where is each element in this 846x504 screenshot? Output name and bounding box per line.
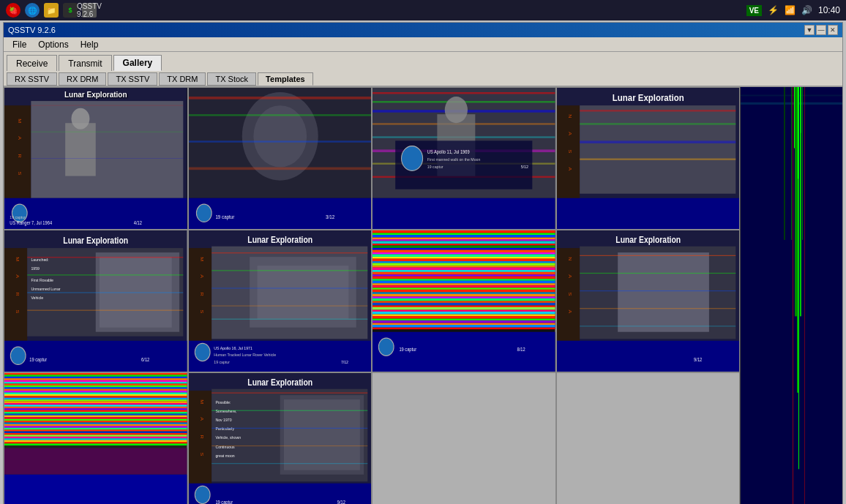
svg-text:great moon: great moon bbox=[215, 453, 234, 457]
gallery-cell-2[interactable]: 19 captur 3/12 bbox=[188, 87, 373, 230]
svg-rect-125 bbox=[373, 272, 555, 275]
svg-rect-252 bbox=[793, 87, 793, 504]
raspberry-pi-icon[interactable]: 🍓 bbox=[6, 3, 20, 18]
taskbar-right: VE ⚡ 📶 🔊 10:40 bbox=[746, 5, 840, 16]
svg-rect-96 bbox=[212, 287, 367, 288]
terminal-icon[interactable]: $ bbox=[63, 3, 78, 18]
svg-text:R: R bbox=[199, 435, 203, 438]
subtab-tx-stock[interactable]: TX Stock bbox=[207, 72, 256, 86]
svg-text:R: R bbox=[199, 292, 203, 296]
gallery-cell-6[interactable]: M A R S Lunar Exploration bbox=[188, 230, 373, 372]
svg-rect-126 bbox=[373, 274, 555, 276]
svg-rect-185 bbox=[4, 396, 187, 397]
globe-icon[interactable]: 🌐 bbox=[25, 3, 40, 18]
svg-rect-109 bbox=[373, 238, 555, 239]
svg-rect-195 bbox=[4, 413, 187, 415]
gallery-cell-3[interactable]: US Apollo 11, Jul 1969 First manned walk… bbox=[372, 87, 556, 230]
svg-rect-57 bbox=[580, 123, 735, 124]
gallery-cell-5[interactable]: M A R S Lunar Exploration Launched: 1959… bbox=[4, 230, 188, 372]
svg-rect-21 bbox=[189, 97, 372, 99]
svg-rect-205 bbox=[4, 432, 187, 433]
svg-rect-131 bbox=[373, 285, 555, 288]
svg-rect-169 bbox=[557, 341, 740, 372]
window-close-btn[interactable]: ✕ bbox=[828, 25, 838, 35]
menu-file[interactable]: File bbox=[7, 38, 32, 51]
window-controls: ▼ — ✕ bbox=[804, 25, 838, 35]
menubar: File Options Help bbox=[4, 37, 842, 52]
svg-text:S: S bbox=[567, 292, 572, 296]
svg-point-42 bbox=[402, 146, 423, 171]
tab-gallery[interactable]: Gallery bbox=[113, 55, 162, 71]
svg-text:First Rovable: First Rovable bbox=[31, 278, 53, 282]
svg-rect-196 bbox=[4, 415, 187, 417]
svg-text:A: A bbox=[199, 274, 203, 278]
gallery-cell-4[interactable]: N A S A Lunar Exploration bbox=[556, 87, 741, 230]
svg-text:4/12: 4/12 bbox=[134, 220, 143, 225]
svg-rect-212 bbox=[4, 444, 187, 445]
svg-rect-204 bbox=[4, 429, 187, 431]
svg-text:M: M bbox=[18, 119, 22, 123]
svg-text:US Apollo 16, Jul 1971: US Apollo 16, Jul 1971 bbox=[214, 345, 252, 350]
tab-transmit[interactable]: Transmit bbox=[59, 55, 111, 71]
svg-rect-95 bbox=[212, 270, 367, 271]
svg-text:M: M bbox=[15, 257, 20, 261]
wifi-icon: 📶 bbox=[785, 5, 796, 15]
gallery-cell-8[interactable]: N A S A Lunar Exploration bbox=[556, 230, 741, 372]
svg-rect-147 bbox=[373, 320, 555, 323]
svg-text:A: A bbox=[199, 417, 203, 421]
subtab-rx-sstv[interactable]: RX SSTV bbox=[7, 72, 57, 86]
svg-rect-98 bbox=[212, 319, 367, 320]
svg-rect-165 bbox=[580, 273, 735, 274]
svg-rect-7 bbox=[65, 123, 96, 176]
qsstv-taskbar-icon[interactable]: QSSTV 9.2.6 bbox=[82, 3, 97, 18]
window-collapse-btn[interactable]: ▼ bbox=[804, 25, 815, 35]
subtab-tx-sstv[interactable]: TX SSTV bbox=[108, 72, 157, 86]
svg-text:9/12: 9/12 bbox=[337, 499, 345, 504]
svg-rect-110 bbox=[373, 239, 555, 241]
svg-rect-253 bbox=[804, 87, 805, 504]
svg-text:A: A bbox=[15, 274, 20, 278]
folder-icon[interactable]: 📁 bbox=[44, 3, 59, 18]
svg-text:Particularly: Particularly bbox=[215, 426, 234, 431]
svg-rect-77 bbox=[27, 274, 183, 275]
svg-rect-145 bbox=[373, 316, 555, 319]
svg-rect-177 bbox=[4, 382, 187, 383]
svg-rect-193 bbox=[4, 410, 187, 412]
subtab-tx-drm[interactable]: TX DRM bbox=[159, 72, 206, 86]
svg-rect-123 bbox=[373, 268, 555, 271]
svg-rect-209 bbox=[4, 438, 187, 440]
subtab-rx-drm[interactable]: RX DRM bbox=[59, 72, 106, 86]
svg-text:US Apollo 11, Jul 1969: US Apollo 11, Jul 1969 bbox=[427, 149, 470, 154]
gallery-cell-1[interactable]: Lunar Exploration M A R S bbox=[4, 87, 188, 230]
svg-rect-55 bbox=[580, 105, 735, 194]
svg-rect-181 bbox=[4, 389, 187, 391]
svg-rect-188 bbox=[4, 402, 187, 403]
svg-text:A: A bbox=[567, 274, 572, 278]
window-titlebar: QSSTV 9.2.6 ▼ — ✕ bbox=[4, 23, 842, 37]
svg-text:Human Tracked Lunar Rover Vehi: Human Tracked Lunar Rover Vehicle bbox=[214, 353, 276, 357]
window-minimize-btn[interactable]: — bbox=[816, 25, 826, 35]
svg-text:M: M bbox=[199, 399, 203, 404]
svg-rect-47 bbox=[373, 198, 555, 229]
svg-text:Somewhere,: Somewhere, bbox=[215, 409, 237, 413]
svg-rect-142 bbox=[373, 310, 555, 312]
svg-rect-23 bbox=[189, 140, 372, 142]
svg-rect-137 bbox=[373, 298, 555, 301]
svg-rect-164 bbox=[580, 255, 735, 256]
taskbar-left: 🍓 🌐 📁 $ QSSTV 9.2.6 bbox=[6, 3, 97, 18]
gallery-cell-9[interactable] bbox=[4, 372, 188, 504]
svg-rect-210 bbox=[4, 440, 187, 442]
subtab-templates[interactable]: Templates bbox=[258, 72, 313, 86]
menu-help[interactable]: Help bbox=[75, 38, 105, 51]
svg-rect-211 bbox=[4, 442, 187, 443]
tab-receive[interactable]: Receive bbox=[7, 55, 57, 71]
gallery-cell-7[interactable]: 19 captur 8/12 bbox=[372, 230, 556, 372]
gallery-cell-10[interactable]: M A R S Lunar Exploration Possible: Some… bbox=[188, 372, 373, 504]
svg-text:Lunar Exploration: Lunar Exploration bbox=[247, 235, 312, 244]
svg-text:3/12: 3/12 bbox=[326, 214, 334, 219]
svg-text:First manned walk on the Moon: First manned walk on the Moon bbox=[427, 157, 480, 162]
svg-rect-206 bbox=[4, 433, 187, 435]
menu-options[interactable]: Options bbox=[32, 38, 74, 51]
svg-rect-134 bbox=[373, 292, 555, 293]
svg-text:19 captur: 19 captur bbox=[10, 214, 26, 219]
